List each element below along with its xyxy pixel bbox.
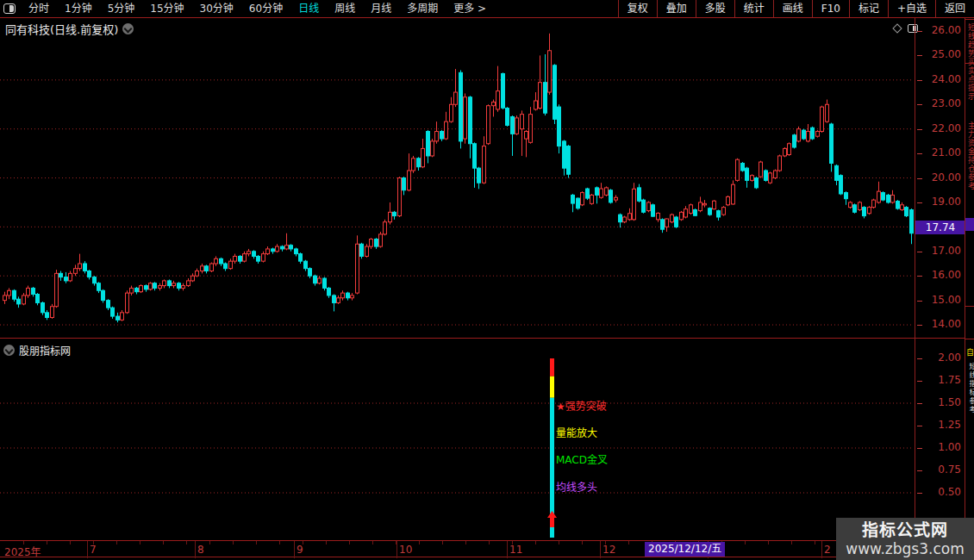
- toolbar-item-4[interactable]: 30分钟: [192, 0, 241, 17]
- month-divider: [294, 541, 295, 558]
- time-tick: [815, 541, 815, 544]
- toolbar-button-6[interactable]: 标记: [849, 0, 888, 18]
- strip-text-mid: 主力资金持仓参考: [966, 121, 974, 190]
- period-toolbar: 分时1分钟5分钟15分钟30分钟60分钟日线周线月线多周期更多 > 复权叠加多股…: [0, 0, 974, 18]
- toolbar-button-0[interactable]: 复权: [618, 0, 657, 18]
- price-label: 21.00: [916, 146, 961, 159]
- time-tick: [768, 541, 769, 544]
- time-tick: [116, 541, 117, 544]
- time-tick: [186, 541, 187, 544]
- indicator-label: 1.00: [916, 441, 961, 453]
- time-tick: [559, 541, 559, 544]
- month-divider: [821, 541, 822, 558]
- toolbar-button-4[interactable]: 画线: [773, 0, 812, 18]
- toolbar-item-1[interactable]: 1分钟: [57, 0, 100, 17]
- indicator-label: 0.75: [916, 464, 961, 476]
- time-tick: [209, 541, 210, 544]
- time-tick: [70, 541, 71, 544]
- toolbar-button-8[interactable]: 返回: [935, 0, 974, 18]
- price-label: 20.00: [916, 171, 961, 184]
- toolbar-item-8[interactable]: 月线: [363, 0, 399, 17]
- last-price-tag: 17.74: [915, 221, 965, 234]
- time-label-1: 7: [90, 544, 97, 556]
- toolbar-left: 分时1分钟5分钟15分钟30分钟60分钟日线周线月线多周期更多 >: [21, 0, 494, 17]
- price-label: 15.00: [916, 294, 961, 306]
- time-tick: [372, 541, 373, 544]
- signal-label-0: ★强势突破: [556, 398, 607, 413]
- time-tick: [140, 541, 140, 544]
- right-sidebar-strip[interactable]: 短线趋势买卖点提示 主力资金持仓参考 自 短线指标参考: [965, 18, 974, 540]
- time-tick: [419, 541, 420, 544]
- strip-text-bottom: 短线指标参考: [967, 363, 974, 414]
- toolbar-button-7[interactable]: +自选: [888, 0, 935, 18]
- price-label: 16.00: [916, 269, 961, 281]
- signal-label-1: 量能放大: [556, 425, 597, 439]
- time-tick: [349, 541, 350, 544]
- price-label: 19.00: [916, 196, 961, 208]
- signal-label-2: MACD金叉: [556, 451, 608, 466]
- price-label: 14.00: [916, 318, 961, 330]
- strip-highlight: [965, 218, 974, 231]
- selected-date-tag: 2025/12/12/五: [645, 542, 725, 557]
- time-tick: [442, 541, 443, 544]
- toolbar-item-3[interactable]: 15分钟: [142, 0, 191, 17]
- month-divider: [396, 541, 397, 558]
- axis-border: [915, 18, 915, 540]
- toolbar-item-5[interactable]: 60分钟: [241, 0, 290, 17]
- time-label-8: 2: [824, 544, 831, 556]
- indicator-label: 1.25: [916, 419, 961, 431]
- month-divider: [87, 541, 88, 558]
- price-label: 26.00: [916, 24, 961, 36]
- indicator-label: 2.00: [916, 352, 961, 364]
- time-tick: [256, 541, 257, 544]
- time-label-6: 12: [603, 544, 615, 556]
- toolbar-item-0[interactable]: 分时: [21, 0, 57, 17]
- toolbar-button-2[interactable]: 多股: [696, 0, 734, 18]
- strip-text-top: 短线趋势买卖点提示: [966, 23, 974, 101]
- price-label: 25.00: [916, 48, 961, 60]
- time-tick: [47, 541, 47, 544]
- time-tick: [233, 541, 234, 544]
- time-label-3: 9: [297, 544, 303, 556]
- time-tick: [791, 541, 792, 544]
- month-divider: [507, 541, 508, 558]
- time-tick: [582, 541, 583, 544]
- time-tick: [163, 541, 164, 544]
- time-label-0: 2025年: [4, 544, 41, 558]
- toolbar-item-2[interactable]: 5分钟: [100, 0, 143, 17]
- toolbar-item-7[interactable]: 周线: [327, 0, 363, 17]
- signal-label-3: 均线多头: [556, 479, 597, 494]
- watermark-logo: 指标公式网 www.zbgs3.com: [836, 518, 974, 560]
- indicator-panel[interactable]: [0, 339, 914, 539]
- time-axis: 2025年789101112122025/12/12/五: [0, 540, 974, 557]
- app-window: 分时1分钟5分钟15分钟30分钟60分钟日线周线月线多周期更多 > 复权叠加多股…: [0, 0, 974, 560]
- toolbar-item-10[interactable]: 更多 >: [446, 0, 494, 17]
- window-icon[interactable]: [3, 3, 16, 14]
- time-tick: [489, 541, 490, 544]
- time-label-2: 8: [197, 544, 204, 556]
- time-label-5: 11: [509, 544, 522, 556]
- time-tick: [535, 541, 536, 544]
- time-tick: [465, 541, 466, 544]
- price-label: 17.00: [916, 245, 961, 257]
- strip-auto-label: 自: [966, 346, 974, 358]
- logo-title: 指标公式网: [862, 520, 948, 540]
- time-tick: [745, 541, 746, 544]
- month-divider: [600, 541, 601, 558]
- toolbar-button-1[interactable]: 叠加: [657, 0, 696, 18]
- toolbar-right: 复权叠加多股统计画线F10标记+自选返回: [618, 0, 974, 18]
- price-label: 23.00: [916, 97, 961, 109]
- candlestick-chart[interactable]: [0, 18, 914, 339]
- toolbar-button-3[interactable]: 统计: [734, 0, 773, 18]
- toolbar-item-9[interactable]: 多周期: [399, 0, 446, 17]
- price-label: 22.00: [916, 122, 961, 134]
- month-divider: [195, 541, 196, 558]
- indicator-label: 1.75: [916, 374, 961, 386]
- time-tick: [628, 541, 629, 544]
- indicator-label: 1.50: [916, 396, 961, 408]
- indicator-label: 0.50: [916, 486, 961, 498]
- toolbar-button-5[interactable]: F10: [812, 0, 849, 18]
- logo-url: www.zbgs3.com: [846, 540, 964, 557]
- toolbar-item-6[interactable]: 日线: [290, 0, 327, 17]
- time-tick: [326, 541, 327, 544]
